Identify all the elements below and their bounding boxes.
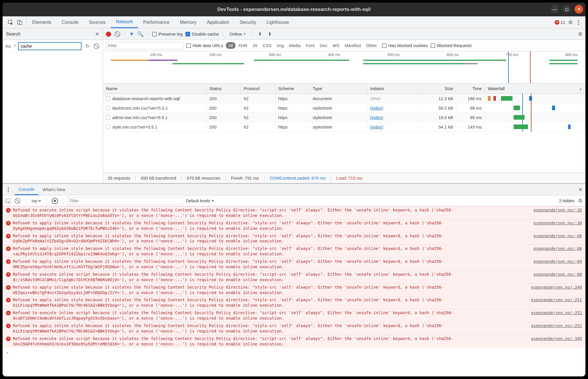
timeline-tick: 800 ms (565, 53, 578, 57)
table-row[interactable]: admin-bar.min.css?ver=5.5.1 200 h2 https… (103, 113, 585, 122)
filter-input[interactable] (106, 42, 183, 49)
console-error-message[interactable]: ✕ Refused to execute inline script becau… (3, 309, 585, 322)
type-chip-media[interactable]: Media (287, 42, 303, 49)
minimize-button[interactable]: — (550, 5, 559, 13)
col-initiator[interactable]: Initiator (367, 83, 422, 94)
source-link[interactable]: espenandersen.no/:249 (531, 285, 582, 296)
console-messages[interactable]: ✕ Refused to execute inline script becau… (3, 206, 585, 376)
gear-icon[interactable]: ⚙ (578, 31, 583, 37)
gear-icon[interactable]: ⚙ (568, 19, 573, 26)
console-error-message[interactable]: ✕ Refused to apply inline style because … (3, 258, 585, 271)
console-filter-input[interactable] (68, 197, 183, 205)
type-chip-js[interactable]: JS (250, 42, 260, 49)
type-chip-doc[interactable]: Doc (317, 42, 330, 49)
col-type[interactable]: Type (310, 83, 367, 94)
source-link[interactable]: espenandersen.no/:26 (533, 207, 582, 218)
live-expression-icon[interactable] (51, 197, 58, 204)
timeline-overview[interactable]: 100 ms200 ms300 ms400 ms500 ms600 ms700 … (103, 51, 585, 83)
tab-performance[interactable]: Performance (138, 16, 175, 28)
tab-lighthouse[interactable]: Lighthouse (261, 16, 294, 28)
tab-console[interactable]: Console (57, 16, 84, 28)
type-chip-img[interactable]: Img (274, 42, 286, 49)
disable-cache-checkbox[interactable]: ✓Disable cache (185, 32, 219, 36)
preserve-log-checkbox[interactable]: Preserve log (152, 32, 183, 36)
drawer-tab-what-s-new[interactable]: What's New (38, 184, 69, 195)
tab-elements[interactable]: Elements (27, 16, 57, 28)
col-time[interactable]: Time (456, 83, 485, 94)
type-chip-font[interactable]: Font (303, 42, 317, 49)
kebab-icon[interactable] (576, 20, 581, 25)
source-link[interactable]: espenandersen.no/:68 (533, 246, 582, 257)
console-error-message[interactable]: ✕ Refused to execute inline script becau… (3, 335, 585, 348)
console-error-message[interactable]: ✕ Refused to execute inline script becau… (3, 271, 585, 283)
console-error-message[interactable]: ✕ Refused to execute inline script becau… (3, 206, 585, 219)
filter-icon[interactable]: ▼ (129, 31, 134, 37)
console-error-message[interactable]: ✕ Refused to apply inline style because … (3, 245, 585, 258)
tab-security[interactable]: Security (234, 16, 261, 28)
drawer-tab-console[interactable]: Console (15, 184, 38, 195)
type-chip-css[interactable]: CSS (260, 42, 274, 49)
hide-data-urls-checkbox[interactable]: Hide data URLs (186, 43, 223, 48)
console-prompt[interactable]: › (3, 348, 585, 357)
sidebar-toggle-icon[interactable]: ▸ (5, 199, 11, 203)
col-size[interactable]: Size (422, 83, 456, 94)
source-link[interactable]: espenandersen.no/:252 (531, 323, 582, 334)
download-icon[interactable]: ⬇ (266, 31, 273, 38)
type-chip-xhr[interactable]: XHR (236, 42, 250, 49)
source-link[interactable]: espenandersen.no/:80 (533, 272, 582, 283)
console-error-message[interactable]: ✕ Refused to apply inline style because … (3, 232, 585, 245)
console-error-message[interactable]: ✕ Refused to apply inline style because … (3, 322, 585, 335)
upload-icon[interactable]: ⬆ (257, 31, 264, 38)
source-link[interactable]: espenandersen.no/:69 (533, 259, 582, 270)
gear-icon[interactable]: ⚙ (578, 198, 583, 204)
status-load: Load: 715 ms (336, 176, 362, 180)
console-error-message[interactable]: ✕ Refused to apply inline style because … (3, 296, 585, 309)
source-link[interactable]: espenandersen.no/:66 (533, 233, 582, 244)
maximize-button[interactable]: ◻ (562, 5, 571, 13)
levels-select[interactable]: Default levels ▼ (186, 199, 214, 203)
source-link[interactable]: espenandersen.no/:251 (531, 297, 582, 308)
tab-memory[interactable]: Memory (175, 16, 202, 28)
match-case-toggle[interactable]: Aa (5, 44, 11, 48)
console-error-message[interactable]: ✕ Refused to apply inline style because … (3, 219, 585, 232)
col-status[interactable]: Status (206, 83, 241, 94)
col-protocol[interactable]: Protocol (241, 83, 275, 94)
close-icon[interactable]: ✕ (95, 31, 99, 37)
record-button[interactable] (106, 32, 111, 37)
col-name[interactable]: Name (103, 83, 206, 94)
type-chip-manifest[interactable]: Manifest (342, 42, 363, 49)
drawer-menu-icon[interactable] (5, 187, 11, 192)
blocked-cookies-checkbox[interactable]: Has blocked cookies (382, 43, 428, 48)
col-waterfall[interactable]: Waterfall▲ (485, 83, 585, 94)
inspect-icon[interactable] (7, 19, 14, 26)
tab-sources[interactable]: Sources (84, 16, 111, 28)
tab-application[interactable]: Application (202, 16, 234, 28)
col-scheme[interactable]: Scheme (275, 83, 310, 94)
table-row[interactable]: dashicons.min.css?ver=5.5.1 200 h2 https… (103, 103, 585, 113)
source-link[interactable]: espenandersen.no/:30 (533, 220, 582, 231)
hidden-count[interactable]: 2 hidden (559, 199, 575, 203)
close-button[interactable]: ✕ (575, 5, 583, 13)
regex-toggle[interactable]: .* (13, 44, 16, 48)
source-link[interactable]: espenandersen.no/:251 (531, 310, 582, 321)
console-error-message[interactable]: ✕ Refused to apply inline style because … (3, 283, 585, 296)
table-row[interactable]: database-research-reports-with-sql/ 200 … (103, 94, 585, 103)
tab-network[interactable]: Network (111, 16, 138, 28)
clear-icon[interactable] (93, 43, 100, 50)
search-icon[interactable]: 🔍 (137, 31, 144, 38)
throttle-select[interactable]: Online ▼ (227, 30, 248, 38)
clear-button[interactable] (114, 31, 121, 38)
type-chip-ws[interactable]: WS (330, 42, 342, 49)
blocked-requests-checkbox[interactable]: Blocked Requests (431, 43, 472, 48)
close-icon[interactable]: ✕ (578, 186, 583, 193)
context-select[interactable]: top (30, 198, 42, 203)
table-row[interactable]: style.min.css?ver=5.5.1 200 h2 https sty… (103, 122, 585, 132)
refresh-icon[interactable]: ↻ (84, 43, 91, 50)
type-chip-all[interactable]: All (226, 42, 235, 49)
error-count-badge[interactable]: ✕ 11 (555, 20, 565, 25)
device-icon[interactable] (16, 19, 23, 26)
type-chip-other[interactable]: Other (364, 42, 379, 49)
source-link[interactable]: espenandersen.no/:345 (531, 336, 582, 347)
search-input[interactable] (18, 42, 82, 50)
clear-console-icon[interactable] (14, 197, 21, 204)
